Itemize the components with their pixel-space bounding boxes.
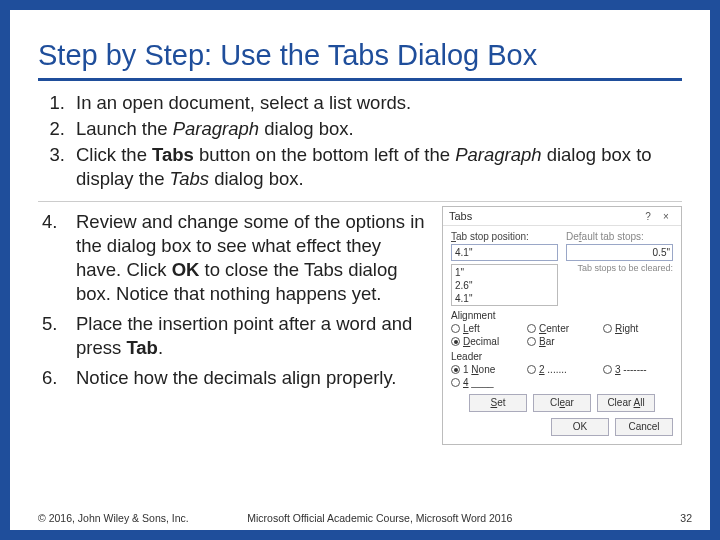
ok-button[interactable]: OK: [551, 418, 609, 436]
help-icon[interactable]: ?: [639, 211, 657, 222]
copyright: © 2016, John Wiley & Sons, Inc.: [38, 512, 247, 524]
step-2: Launch the Paragraph dialog box.: [70, 117, 682, 141]
footer: © 2016, John Wiley & Sons, Inc. Microsof…: [38, 512, 692, 524]
default-stepper[interactable]: 0.5": [566, 244, 673, 261]
page-title: Step by Step: Use the Tabs Dialog Box: [38, 40, 682, 72]
cancel-button[interactable]: Cancel: [615, 418, 673, 436]
leader-group: 1 None 2 ....... 3 ------- 4 ____: [451, 364, 673, 388]
list-item[interactable]: 2.6": [455, 279, 554, 292]
step-6: Notice how the decimals align properly.: [70, 366, 430, 390]
tabs-dialog: Tabs ? × Tab stop position: 4.1" 1" 2.6"…: [442, 206, 682, 445]
leader-2[interactable]: 2 .......: [527, 364, 597, 375]
course-name: Microsoft Official Academic Course, Micr…: [247, 512, 666, 524]
clear-label: Tab stops to be cleared:: [566, 263, 673, 273]
align-left[interactable]: Left: [451, 323, 521, 334]
list-item[interactable]: 1": [455, 266, 554, 279]
clear-button[interactable]: Clear: [533, 394, 591, 412]
dialog-body: Tab stop position: 4.1" 1" 2.6" 4.1" Def…: [443, 226, 681, 444]
separator: [38, 201, 682, 202]
slide: Step by Step: Use the Tabs Dialog Box In…: [0, 0, 720, 540]
tabstop-list[interactable]: 1" 2.6" 4.1": [451, 264, 558, 306]
tabstop-input[interactable]: 4.1": [451, 244, 558, 261]
page-number: 32: [666, 512, 692, 524]
default-label: Default tab stops:: [566, 231, 673, 242]
tabstop-label: Tab stop position:: [451, 231, 558, 242]
clearall-button[interactable]: Clear All: [597, 394, 655, 412]
step-5: Place the insertion point after a word a…: [70, 312, 430, 360]
align-bar[interactable]: Bar: [527, 336, 597, 347]
step-1: In an open document, select a list words…: [70, 91, 682, 115]
set-button[interactable]: Set: [469, 394, 527, 412]
leader-4[interactable]: 4 ____: [451, 377, 521, 388]
content-row: Review and change some of the options in…: [38, 210, 682, 445]
leader-3[interactable]: 3 -------: [603, 364, 673, 375]
align-center[interactable]: Center: [527, 323, 597, 334]
leader-label: Leader: [451, 351, 673, 362]
align-decimal[interactable]: Decimal: [451, 336, 521, 347]
close-icon[interactable]: ×: [657, 211, 675, 222]
step-3: Click the Tabs button on the bottom left…: [70, 143, 682, 191]
leader-none[interactable]: 1 None: [451, 364, 521, 375]
align-right[interactable]: Right: [603, 323, 673, 334]
list-item[interactable]: 4.1": [455, 292, 554, 305]
steps-bottom: Review and change some of the options in…: [38, 210, 430, 396]
alignment-group: Left Center Right Decimal Bar: [451, 323, 673, 347]
step-4: Review and change some of the options in…: [70, 210, 430, 306]
dialog-title: Tabs: [449, 210, 639, 222]
steps-top: In an open document, select a list words…: [38, 91, 682, 191]
dialog-titlebar: Tabs ? ×: [443, 207, 681, 226]
title-rule: [38, 78, 682, 81]
alignment-label: Alignment: [451, 310, 673, 321]
